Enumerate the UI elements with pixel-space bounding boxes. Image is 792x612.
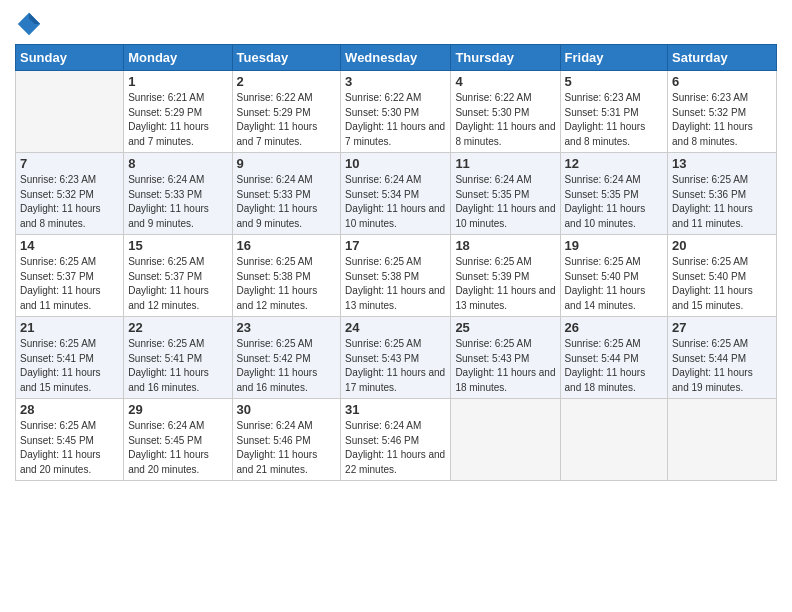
calendar-cell: 25Sunrise: 6:25 AMSunset: 5:43 PMDayligh… (451, 317, 560, 399)
calendar-cell: 29Sunrise: 6:24 AMSunset: 5:45 PMDayligh… (124, 399, 232, 481)
calendar-week-row: 7Sunrise: 6:23 AMSunset: 5:32 PMDaylight… (16, 153, 777, 235)
calendar-cell: 30Sunrise: 6:24 AMSunset: 5:46 PMDayligh… (232, 399, 341, 481)
day-info: Sunrise: 6:25 AMSunset: 5:38 PMDaylight:… (237, 255, 337, 313)
calendar-cell: 20Sunrise: 6:25 AMSunset: 5:40 PMDayligh… (668, 235, 777, 317)
day-info: Sunrise: 6:24 AMSunset: 5:46 PMDaylight:… (345, 419, 446, 477)
day-info: Sunrise: 6:25 AMSunset: 5:44 PMDaylight:… (565, 337, 664, 395)
day-number: 27 (672, 320, 772, 335)
day-number: 6 (672, 74, 772, 89)
day-number: 23 (237, 320, 337, 335)
day-number: 9 (237, 156, 337, 171)
day-number: 31 (345, 402, 446, 417)
calendar-cell (668, 399, 777, 481)
day-number: 12 (565, 156, 664, 171)
calendar-cell: 4Sunrise: 6:22 AMSunset: 5:30 PMDaylight… (451, 71, 560, 153)
weekday-header-saturday: Saturday (668, 45, 777, 71)
calendar-cell: 19Sunrise: 6:25 AMSunset: 5:40 PMDayligh… (560, 235, 668, 317)
day-number: 13 (672, 156, 772, 171)
calendar-week-row: 14Sunrise: 6:25 AMSunset: 5:37 PMDayligh… (16, 235, 777, 317)
day-number: 22 (128, 320, 227, 335)
day-number: 11 (455, 156, 555, 171)
day-info: Sunrise: 6:25 AMSunset: 5:44 PMDaylight:… (672, 337, 772, 395)
logo (15, 10, 47, 38)
day-number: 24 (345, 320, 446, 335)
calendar-cell: 9Sunrise: 6:24 AMSunset: 5:33 PMDaylight… (232, 153, 341, 235)
day-info: Sunrise: 6:22 AMSunset: 5:30 PMDaylight:… (345, 91, 446, 149)
calendar-week-row: 21Sunrise: 6:25 AMSunset: 5:41 PMDayligh… (16, 317, 777, 399)
day-info: Sunrise: 6:24 AMSunset: 5:33 PMDaylight:… (128, 173, 227, 231)
day-info: Sunrise: 6:24 AMSunset: 5:45 PMDaylight:… (128, 419, 227, 477)
day-number: 29 (128, 402, 227, 417)
day-info: Sunrise: 6:25 AMSunset: 5:38 PMDaylight:… (345, 255, 446, 313)
calendar-cell: 5Sunrise: 6:23 AMSunset: 5:31 PMDaylight… (560, 71, 668, 153)
day-info: Sunrise: 6:25 AMSunset: 5:40 PMDaylight:… (565, 255, 664, 313)
day-number: 30 (237, 402, 337, 417)
weekday-header-wednesday: Wednesday (341, 45, 451, 71)
day-number: 19 (565, 238, 664, 253)
day-info: Sunrise: 6:24 AMSunset: 5:34 PMDaylight:… (345, 173, 446, 231)
calendar-cell (560, 399, 668, 481)
calendar-cell: 11Sunrise: 6:24 AMSunset: 5:35 PMDayligh… (451, 153, 560, 235)
calendar-cell: 3Sunrise: 6:22 AMSunset: 5:30 PMDaylight… (341, 71, 451, 153)
day-info: Sunrise: 6:22 AMSunset: 5:29 PMDaylight:… (237, 91, 337, 149)
calendar-cell: 24Sunrise: 6:25 AMSunset: 5:43 PMDayligh… (341, 317, 451, 399)
day-info: Sunrise: 6:23 AMSunset: 5:32 PMDaylight:… (672, 91, 772, 149)
day-number: 28 (20, 402, 119, 417)
calendar-cell: 7Sunrise: 6:23 AMSunset: 5:32 PMDaylight… (16, 153, 124, 235)
day-number: 17 (345, 238, 446, 253)
calendar-cell: 22Sunrise: 6:25 AMSunset: 5:41 PMDayligh… (124, 317, 232, 399)
day-info: Sunrise: 6:25 AMSunset: 5:39 PMDaylight:… (455, 255, 555, 313)
calendar-cell: 2Sunrise: 6:22 AMSunset: 5:29 PMDaylight… (232, 71, 341, 153)
day-number: 15 (128, 238, 227, 253)
calendar-cell: 23Sunrise: 6:25 AMSunset: 5:42 PMDayligh… (232, 317, 341, 399)
day-number: 5 (565, 74, 664, 89)
day-number: 26 (565, 320, 664, 335)
calendar-cell (451, 399, 560, 481)
weekday-header-thursday: Thursday (451, 45, 560, 71)
calendar-cell: 8Sunrise: 6:24 AMSunset: 5:33 PMDaylight… (124, 153, 232, 235)
day-number: 3 (345, 74, 446, 89)
calendar-cell: 6Sunrise: 6:23 AMSunset: 5:32 PMDaylight… (668, 71, 777, 153)
calendar-cell: 13Sunrise: 6:25 AMSunset: 5:36 PMDayligh… (668, 153, 777, 235)
calendar-cell: 21Sunrise: 6:25 AMSunset: 5:41 PMDayligh… (16, 317, 124, 399)
day-info: Sunrise: 6:25 AMSunset: 5:36 PMDaylight:… (672, 173, 772, 231)
calendar-header-row: SundayMondayTuesdayWednesdayThursdayFrid… (16, 45, 777, 71)
day-info: Sunrise: 6:25 AMSunset: 5:41 PMDaylight:… (128, 337, 227, 395)
calendar-cell: 31Sunrise: 6:24 AMSunset: 5:46 PMDayligh… (341, 399, 451, 481)
day-info: Sunrise: 6:24 AMSunset: 5:46 PMDaylight:… (237, 419, 337, 477)
calendar-cell: 16Sunrise: 6:25 AMSunset: 5:38 PMDayligh… (232, 235, 341, 317)
calendar-cell: 26Sunrise: 6:25 AMSunset: 5:44 PMDayligh… (560, 317, 668, 399)
day-number: 8 (128, 156, 227, 171)
day-info: Sunrise: 6:25 AMSunset: 5:43 PMDaylight:… (345, 337, 446, 395)
day-number: 2 (237, 74, 337, 89)
weekday-header-sunday: Sunday (16, 45, 124, 71)
day-number: 1 (128, 74, 227, 89)
day-number: 4 (455, 74, 555, 89)
day-number: 10 (345, 156, 446, 171)
calendar-cell: 14Sunrise: 6:25 AMSunset: 5:37 PMDayligh… (16, 235, 124, 317)
day-info: Sunrise: 6:24 AMSunset: 5:33 PMDaylight:… (237, 173, 337, 231)
day-info: Sunrise: 6:21 AMSunset: 5:29 PMDaylight:… (128, 91, 227, 149)
logo-icon (15, 10, 43, 38)
day-number: 21 (20, 320, 119, 335)
calendar-cell: 17Sunrise: 6:25 AMSunset: 5:38 PMDayligh… (341, 235, 451, 317)
calendar-cell: 18Sunrise: 6:25 AMSunset: 5:39 PMDayligh… (451, 235, 560, 317)
day-info: Sunrise: 6:25 AMSunset: 5:40 PMDaylight:… (672, 255, 772, 313)
calendar-table: SundayMondayTuesdayWednesdayThursdayFrid… (15, 44, 777, 481)
day-info: Sunrise: 6:24 AMSunset: 5:35 PMDaylight:… (565, 173, 664, 231)
day-info: Sunrise: 6:24 AMSunset: 5:35 PMDaylight:… (455, 173, 555, 231)
calendar-cell: 15Sunrise: 6:25 AMSunset: 5:37 PMDayligh… (124, 235, 232, 317)
day-info: Sunrise: 6:23 AMSunset: 5:32 PMDaylight:… (20, 173, 119, 231)
day-info: Sunrise: 6:25 AMSunset: 5:45 PMDaylight:… (20, 419, 119, 477)
day-info: Sunrise: 6:23 AMSunset: 5:31 PMDaylight:… (565, 91, 664, 149)
day-number: 14 (20, 238, 119, 253)
calendar-cell: 27Sunrise: 6:25 AMSunset: 5:44 PMDayligh… (668, 317, 777, 399)
calendar-cell: 10Sunrise: 6:24 AMSunset: 5:34 PMDayligh… (341, 153, 451, 235)
calendar-cell: 12Sunrise: 6:24 AMSunset: 5:35 PMDayligh… (560, 153, 668, 235)
calendar-week-row: 28Sunrise: 6:25 AMSunset: 5:45 PMDayligh… (16, 399, 777, 481)
day-info: Sunrise: 6:25 AMSunset: 5:43 PMDaylight:… (455, 337, 555, 395)
weekday-header-tuesday: Tuesday (232, 45, 341, 71)
calendar-cell: 28Sunrise: 6:25 AMSunset: 5:45 PMDayligh… (16, 399, 124, 481)
day-info: Sunrise: 6:25 AMSunset: 5:37 PMDaylight:… (20, 255, 119, 313)
calendar-cell: 1Sunrise: 6:21 AMSunset: 5:29 PMDaylight… (124, 71, 232, 153)
